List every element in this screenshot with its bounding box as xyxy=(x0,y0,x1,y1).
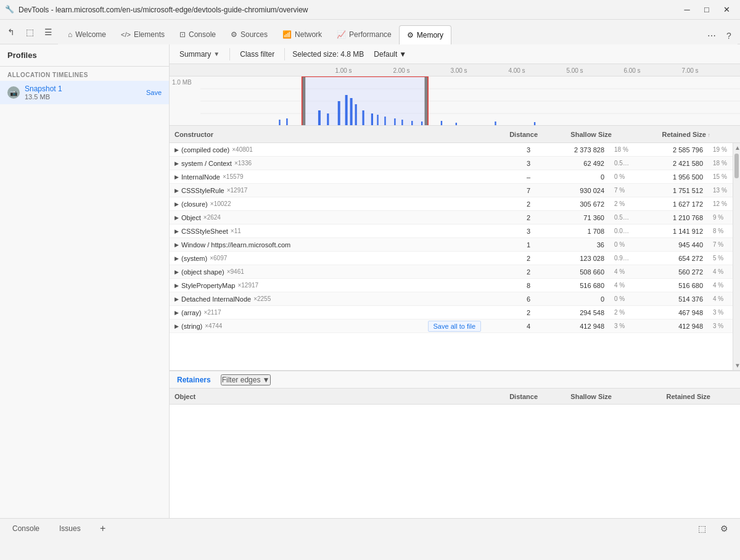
tab-welcome[interactable]: ⌂ Welcome xyxy=(60,25,113,44)
snapshot-save-button[interactable]: Save xyxy=(146,89,162,96)
expand-arrow-icon[interactable]: ▶ xyxy=(175,228,179,234)
tabs-bar: ⌂ Welcome </> Elements ⊡ Console ⚙ Sourc… xyxy=(58,20,738,44)
minimize-button[interactable]: ─ xyxy=(678,4,696,16)
sidebar-item-snapshot[interactable]: 📷 Snapshot 1 13.5 MB Save xyxy=(0,81,169,104)
device-toolbar-button[interactable]: ☰ xyxy=(39,23,57,41)
retained-size-cell: 2 421 580 xyxy=(634,160,708,167)
retained-size-cell: 1 627 172 xyxy=(634,200,708,208)
table-row[interactable]: ▶CSSStyleSheet ×1131 7080.01 %1 141 9128… xyxy=(170,224,733,238)
tab-performance[interactable]: 📈 Performance xyxy=(329,25,399,44)
table-row[interactable]: ▶(array) ×21172294 5482 %467 9483 % xyxy=(170,306,733,319)
retained-pct-cell: 8 % xyxy=(708,228,733,234)
retained-size-cell: 1 210 768 xyxy=(634,214,708,221)
tab-console[interactable]: ⊡ Console xyxy=(172,25,223,44)
shallow-size-col-header[interactable]: Shallow Size xyxy=(543,131,617,138)
add-tab-button[interactable]: + xyxy=(96,521,110,536)
constructor-cell: ▶StylePropertyMap ×12917 xyxy=(170,282,486,289)
help-button[interactable]: ? xyxy=(720,27,738,44)
expand-arrow-icon[interactable]: ▶ xyxy=(175,242,179,248)
table-row[interactable]: ▶Object ×2624271 3600.5 %1 210 7689 % xyxy=(170,211,733,224)
bottom-shallow-col-header[interactable]: Shallow Size xyxy=(543,393,617,400)
scrollbar-up-button[interactable]: ▲ xyxy=(733,143,740,152)
scrollbar-thumb[interactable] xyxy=(734,154,739,178)
expand-arrow-icon[interactable]: ▶ xyxy=(175,187,179,194)
bottom-distance-col-header[interactable]: Distance xyxy=(493,393,543,400)
table-row[interactable]: ▶(closure) ×100222305 6722 %1 627 17212 … xyxy=(170,197,733,211)
expand-arrow-icon[interactable]: ▶ xyxy=(175,215,179,221)
tab-elements[interactable]: </> Elements xyxy=(113,25,172,44)
expand-arrow-icon[interactable]: ▶ xyxy=(175,201,179,207)
settings-button[interactable]: ⚙ xyxy=(715,520,733,537)
expand-arrow-icon[interactable]: ▶ xyxy=(175,296,179,302)
distance-cell: 2 xyxy=(486,214,535,221)
maximize-button[interactable]: □ xyxy=(698,4,715,16)
expand-arrow-icon[interactable]: ▶ xyxy=(175,269,179,275)
class-filter-button[interactable]: Class filter xyxy=(235,49,279,60)
table-row[interactable]: ▶InternalNode ×15579–00 %1 956 50015 % xyxy=(170,170,733,184)
network-icon: 📶 xyxy=(282,30,292,39)
shallow-size-cell: 2 373 828 xyxy=(535,146,609,154)
constructor-cell: ▶(compiled code) ×40801 xyxy=(170,146,486,154)
scrollbar-down-button[interactable]: ▼ xyxy=(733,361,740,370)
more-tabs-button[interactable]: ⋯ xyxy=(703,27,720,44)
distance-cell: 3 xyxy=(486,146,535,154)
console-status-tab[interactable]: Console xyxy=(7,522,44,535)
undock-button[interactable]: ⬚ xyxy=(693,520,710,537)
expand-arrow-icon[interactable]: ▶ xyxy=(175,147,179,153)
timeline-ruler: 1.00 s 2.00 s 3.00 s 4.00 s 5.00 s 6.00 … xyxy=(170,64,740,76)
bottom-empty-area xyxy=(170,405,740,497)
table-row[interactable]: ▶Window / https://learn.microsoft.com136… xyxy=(170,238,733,252)
distance-col-header[interactable]: Distance xyxy=(493,131,543,138)
shallow-pct-cell: 0 % xyxy=(609,241,634,248)
table-row[interactable]: ▶(system) ×60972123 0280.9 %654 2725 % xyxy=(170,252,733,265)
sidebar-header: Profiles xyxy=(0,44,169,67)
default-button[interactable]: Default ▼ xyxy=(369,49,411,60)
tab-memory[interactable]: ⚙ Memory xyxy=(399,25,451,45)
retained-pct-cell: 7 % xyxy=(708,241,733,248)
constructor-cell: ▶(string) ×4744Save all to file xyxy=(170,321,486,332)
table-row[interactable]: ▶(compiled code) ×4080132 373 82818 %2 5… xyxy=(170,143,733,157)
table-row[interactable]: ▶(object shape) ×94612508 6604 %560 2724… xyxy=(170,265,733,279)
filter-edges-button[interactable]: Filter edges ▼ xyxy=(221,374,271,385)
retainers-tab[interactable]: Retainers xyxy=(175,376,213,384)
expand-arrow-icon[interactable]: ▶ xyxy=(175,255,179,261)
expand-arrow-icon[interactable]: ▶ xyxy=(175,174,179,180)
shallow-pct-cell: 0 % xyxy=(609,295,634,302)
vertical-scrollbar[interactable]: ▲ ▼ xyxy=(733,143,740,370)
bottom-retained-col-header[interactable]: Retained Size xyxy=(641,393,715,400)
expand-arrow-icon[interactable]: ▶ xyxy=(175,282,179,289)
close-button[interactable]: ✕ xyxy=(718,4,735,16)
retained-size-col-header[interactable]: Retained Size xyxy=(641,131,715,138)
constructor-cell: ▶(object shape) ×9461 xyxy=(170,268,486,276)
row-count: ×1336 xyxy=(234,160,252,167)
svg-rect-27 xyxy=(384,117,385,126)
tab-network[interactable]: 📶 Network xyxy=(275,25,329,44)
retained-size-cell: 516 680 xyxy=(634,282,708,289)
table-body: ▶(compiled code) ×4080132 373 82818 %2 5… xyxy=(170,143,733,370)
shallow-size-cell: 508 660 xyxy=(535,268,609,276)
data-section: Constructor Distance Shallow Size Retain… xyxy=(170,126,740,518)
svg-rect-24 xyxy=(363,110,364,126)
back-button[interactable]: ↰ xyxy=(2,23,20,41)
constructor-col-header[interactable]: Constructor xyxy=(170,131,493,138)
issues-status-tab[interactable]: Issues xyxy=(54,522,86,535)
constructor-cell: ▶Window / https://learn.microsoft.com xyxy=(170,241,486,249)
timeline-container[interactable]: 1.00 s 2.00 s 3.00 s 4.00 s 5.00 s 6.00 … xyxy=(170,64,740,126)
table-row[interactable]: ▶CSSStyleRule ×129177930 0247 %1 751 512… xyxy=(170,184,733,197)
summary-button[interactable]: Summary ▼ xyxy=(175,49,224,60)
svg-text:4.00 s: 4.00 s xyxy=(508,67,525,74)
inspect-button[interactable]: ⬚ xyxy=(21,23,38,41)
tab-sources[interactable]: ⚙ Sources xyxy=(223,25,275,44)
expand-arrow-icon[interactable]: ▶ xyxy=(175,310,179,316)
expand-arrow-icon[interactable]: ▶ xyxy=(175,160,179,167)
save-all-button[interactable]: Save all to file xyxy=(428,321,481,332)
ruler-svg: 1.00 s 2.00 s 3.00 s 4.00 s 5.00 s 6.00 … xyxy=(170,64,740,76)
object-col-header[interactable]: Object xyxy=(170,393,493,400)
table-row[interactable]: ▶Detached InternalNode ×2255600 %514 376… xyxy=(170,292,733,306)
expand-arrow-icon[interactable]: ▶ xyxy=(175,323,179,329)
distance-cell: 2 xyxy=(486,309,535,316)
table-row[interactable]: ▶system / Context ×1336362 4920.5 %2 421… xyxy=(170,157,733,170)
timeline-chart xyxy=(200,76,740,126)
table-row[interactable]: ▶StylePropertyMap ×129178516 6804 %516 6… xyxy=(170,279,733,292)
table-row[interactable]: ▶(string) ×4744Save all to file4412 9483… xyxy=(170,319,733,333)
